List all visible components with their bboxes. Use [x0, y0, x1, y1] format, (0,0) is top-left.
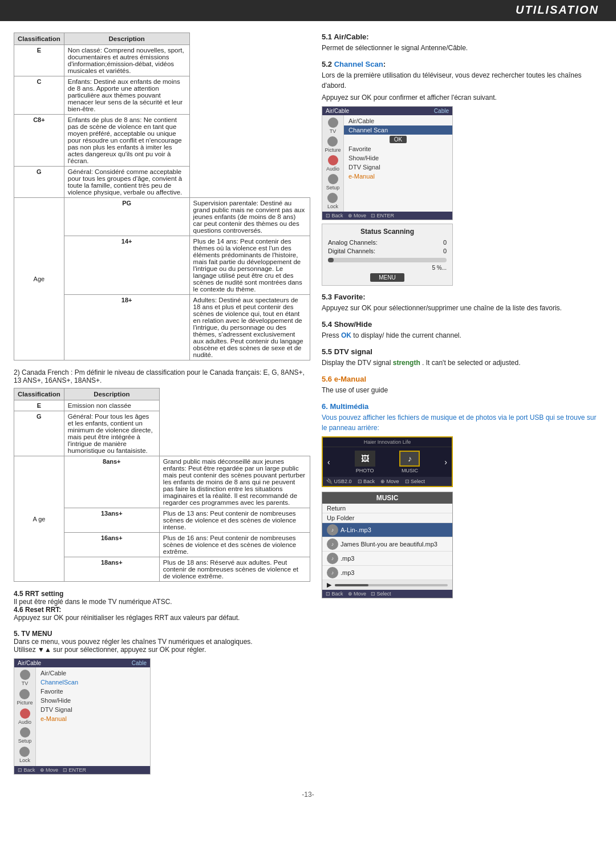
section-54-title: 5.4 Show/Hide [322, 320, 602, 329]
music-progress-row: ▶ [322, 580, 452, 590]
cs-tv-label: TV [330, 128, 337, 134]
side-icon-setup: Setup [18, 727, 32, 744]
cs-item-channelscan: Channel Scan [344, 125, 452, 135]
music-row-return-label: Return [327, 505, 346, 512]
rating-cell: E [14, 400, 64, 411]
section-51-title: 5.1 Air/Cable: [322, 33, 602, 41]
music-progress-icon: ▶ [327, 581, 331, 589]
cs-setup-icon [328, 174, 338, 184]
music-progress-bar [335, 584, 448, 586]
media-arrow-right[interactable]: › [444, 457, 447, 467]
music-bottom-bar: ⊡ Back ⊕ Move ⊡ Select [322, 590, 452, 598]
music-progress-fill [335, 584, 368, 586]
desc-cell: Enfants: Destiné aux enfants de moins de… [64, 76, 189, 115]
tv-menu-heading: 5. TV MENU [14, 630, 52, 638]
rating-cell: PG [64, 198, 189, 236]
cs-sidebar: TV Picture Audio Setup [322, 115, 452, 212]
cs-setup-label: Setup [326, 185, 340, 191]
side-icon-tv: TV [20, 670, 30, 687]
rrt-text-46: Appuyez sur OK pour réinitialiser les ré… [14, 614, 310, 622]
media-back-label: ⊡ Back [358, 479, 375, 484]
music-row-james: ♪ James Blunt-you are beautiful.mp3 [322, 537, 452, 552]
cs-lock-icon [327, 193, 338, 203]
music-back: ⊡ Back [326, 591, 343, 597]
table-row: G Général: Pour tous les âges et les enf… [14, 411, 310, 456]
rating-cell: 18ans+ [64, 557, 159, 582]
cs-tv-icon [328, 118, 338, 128]
section-55-strength: strength [393, 359, 420, 367]
menu-item-favorite: Favorite [36, 687, 150, 696]
desc-cell: Général: Considéré comme acceptable pour… [64, 167, 189, 198]
side-icon-picture-label: Picture [17, 700, 33, 706]
cs-ok-row: OK [344, 135, 452, 144]
media-player-screenshot: Haier Innovation Life ‹ 🖼 PHOTO ♪ MUSIC … [322, 436, 453, 487]
status-scan-title: Status Scanning [328, 228, 447, 236]
cs-item-dtvsignal: DTV Signal [344, 163, 452, 172]
cs-picture-label: Picture [325, 147, 341, 153]
section-6-title: 6. Multimédia [322, 402, 602, 411]
tv-menu-side-icons: TV Picture Audio Setup [14, 667, 36, 766]
status-scan-menu-btn[interactable]: MENU [370, 273, 404, 282]
page-title: UTILISATION [516, 3, 599, 16]
analog-channels-label: Analog Channels: [328, 239, 378, 246]
side-icon-audio: Audio [18, 708, 31, 726]
music-icon: ♪ [399, 451, 420, 467]
music-icon-james: ♪ [327, 538, 338, 550]
section-53: 5.3 Favorite: Appuyez sur OK pour sélect… [322, 293, 602, 313]
section-56-text: The use of user guide [322, 385, 602, 395]
rating-cell: 14+ [64, 236, 189, 295]
tv-menu-section: 5. TV MENU Dans ce menu, vous pouvez rég… [14, 630, 310, 775]
media-brand-bar: Haier Innovation Life [323, 437, 452, 447]
media-usb-label: 🔌 USB2.0 [326, 479, 352, 484]
tv-menu-bar: Air/Cable Cable [14, 659, 150, 667]
rating-cell: G [14, 411, 64, 456]
music-icon-alin: ♪ [327, 524, 338, 536]
music-icon-mp3-1: ♪ [327, 553, 338, 564]
media-bottom-bar: 🔌 USB2.0 ⊡ Back ⊕ Move ⊡ Select [323, 477, 452, 486]
menu-item-showhide: Show/Hide [36, 696, 150, 705]
music-title-bar: MUSIC [322, 492, 452, 504]
music-row-upfolder: Up Folder [322, 513, 452, 523]
left-column: Classification Description E Non classé:… [14, 33, 310, 775]
digital-channels-row: Digital Channels: 0 [328, 248, 447, 254]
tv-menu-bottom-bar: ⊡ Back ⊕ Move ⊡ ENTER [14, 766, 150, 774]
cs-ok-btn[interactable]: OK [390, 136, 407, 143]
canada-french-text: 2) Canada French : Pm définir le niveau … [14, 368, 310, 384]
desc-cell: Plus de 14 ans: Peut contenir des thèmes… [189, 236, 310, 295]
side-icon-picture: Picture [17, 689, 33, 706]
cs-lock-label: Lock [327, 204, 338, 209]
section-51-title-text: 5.1 Air/Cable: [322, 33, 369, 41]
cs-item-aircable: Air/Cable [344, 116, 452, 125]
cs-menu-bar: Air/Cable Cable [322, 107, 452, 115]
picture-icon [19, 689, 30, 699]
tv-menu-text1: Dans ce menu, vous pouvez régler les cha… [14, 638, 310, 646]
rating-cell: C [14, 76, 64, 115]
section-52-title-52: 5.2 [322, 60, 334, 68]
analog-channels-row: Analog Channels: 0 [328, 239, 447, 246]
section-51-text: Permet de sélectionner le signal Antenne… [322, 43, 602, 53]
classification-table-2: Classification Description E Emission no… [14, 388, 310, 582]
cs-bottom-bar: ⊡ Back ⊕ Move ⊡ ENTER [322, 212, 452, 220]
section-56-title: 5.6 e-Manual [322, 375, 602, 383]
desc-cell: Plus de 18 ans: Réservé aux adultes. Peu… [159, 557, 310, 582]
cs-move-label: ⊕ Move [348, 213, 367, 218]
desc-cell: Adultes: Destiné aux spectateurs de 18 a… [189, 295, 310, 360]
cs-back-label: ⊡ Back [326, 213, 343, 218]
media-arrow-left[interactable]: ‹ [327, 457, 330, 467]
section-51: 5.1 Air/Cable: Permet de sélectionner le… [322, 33, 602, 53]
media-select-label: ⊡ Select [405, 479, 425, 484]
table-row: Age PG Supervision parentale: Destiné au… [14, 198, 310, 236]
section-52-title: 5.2 Channel Scan: [322, 60, 602, 68]
cs-side-tv: TV [328, 118, 338, 134]
rating-cell: 8ans+ [64, 456, 159, 508]
section-52-channel-scan: Channel Scan [334, 60, 383, 68]
media-brand-text: Haier Innovation Life [364, 439, 411, 445]
section-54: 5.4 Show/Hide Press OK to display/ hide … [322, 320, 602, 341]
rating-cell: 18+ [64, 295, 189, 360]
cs-audio-label: Audio [326, 166, 339, 172]
section-52-text1: Lors de la première utilisation du télév… [322, 70, 602, 91]
section-55-title: 5.5 DTV signal [322, 347, 602, 356]
desc-cell: Enfants de plus de 8 ans: Ne contient pa… [64, 115, 189, 167]
cs-side-setup: Setup [326, 174, 340, 191]
menu-item-emanual: e-Manual [36, 714, 150, 723]
